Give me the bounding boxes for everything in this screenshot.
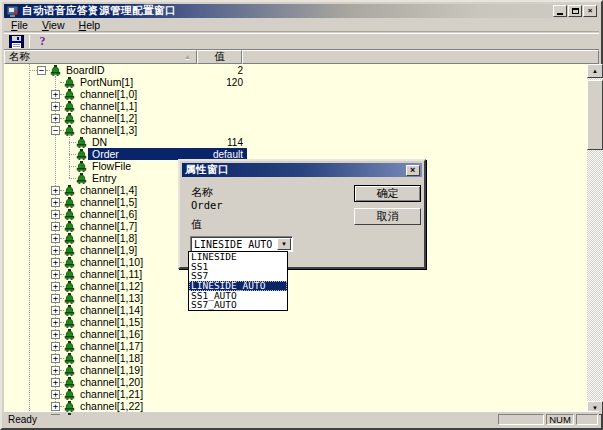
bell-icon — [64, 113, 75, 124]
tree-row[interactable]: +channel[1,19] — [4, 364, 587, 376]
tree-connector-stub — [69, 142, 76, 143]
window-title: 自动语音应答资源管理配置窗口 — [22, 4, 176, 18]
collapse-icon[interactable]: − — [37, 66, 46, 75]
expand-icon[interactable]: + — [51, 270, 60, 279]
column-header-value[interactable]: 值 — [197, 50, 242, 64]
close-button[interactable]: × — [583, 5, 597, 17]
ok-button[interactable]: 确定 — [354, 185, 421, 202]
value-combobox[interactable]: LINESIDE_AUTO ▼ — [190, 236, 293, 252]
menu-item-label: View — [42, 19, 65, 31]
status-message: Ready — [4, 414, 498, 425]
tree-row[interactable]: +channel[1,15] — [4, 316, 587, 328]
tree-item-label: channel[1,15] — [78, 316, 145, 328]
dialog-close-button[interactable]: × — [406, 165, 420, 176]
dialog-title: 属性窗口 — [185, 163, 229, 177]
expand-icon[interactable]: + — [51, 222, 60, 231]
restore-button[interactable] — [568, 5, 582, 17]
tree-item-label: channel[1,12] — [78, 280, 145, 292]
expand-icon[interactable]: + — [51, 258, 60, 267]
tree-item-label: channel[1,14] — [78, 304, 145, 316]
expand-icon[interactable]: + — [51, 306, 60, 315]
menu-item-file[interactable]: File — [4, 18, 35, 31]
dropdown-option[interactable]: SS7_AUTO — [189, 300, 287, 310]
combobox-dropdown-button[interactable]: ▼ — [277, 238, 291, 250]
bell-icon — [64, 185, 75, 196]
expand-icon[interactable]: + — [51, 282, 60, 291]
tree-row[interactable]: DN114 — [4, 136, 587, 148]
tree-connector-stub — [69, 154, 76, 155]
tree-row[interactable]: +channel[1,17] — [4, 340, 587, 352]
bell-icon — [64, 377, 75, 388]
expand-icon[interactable]: + — [51, 390, 60, 399]
expand-icon[interactable]: + — [51, 198, 60, 207]
tree-row[interactable]: +channel[1,16] — [4, 328, 587, 340]
chevron-down-icon: ▼ — [281, 241, 287, 247]
collapse-icon[interactable]: − — [51, 126, 60, 135]
tree-row[interactable]: +channel[1,12] — [4, 280, 587, 292]
main-window: 自动语音应答资源管理配置窗口 × FileViewHelp ? 名称 — [0, 0, 603, 430]
expand-icon[interactable]: + — [51, 330, 60, 339]
dialog-title-bar[interactable]: 属性窗口 × — [182, 163, 422, 177]
num-lock-indicator: NUM — [546, 414, 574, 425]
tree-item-label: channel[1,21] — [78, 388, 145, 400]
combobox-value: LINESIDE_AUTO — [191, 239, 277, 250]
status-panel — [498, 414, 544, 425]
tree-row[interactable]: −BoardID2 — [4, 64, 587, 76]
tree-row[interactable]: +channel[1,14] — [4, 304, 587, 316]
tree-item-label: BoardID — [64, 64, 107, 76]
tree-row[interactable]: +channel[1,2] — [4, 112, 587, 124]
tree-row[interactable]: +channel[1,20] — [4, 376, 587, 388]
scroll-up-button[interactable]: ▲ — [587, 64, 603, 78]
bell-icon — [64, 89, 75, 100]
expand-icon[interactable]: + — [51, 354, 60, 363]
toolbar-separator — [29, 35, 30, 48]
bell-icon — [64, 305, 75, 316]
tree-row[interactable]: +channel[1,11] — [4, 268, 587, 280]
sort-ascending-icon: ▲ — [184, 53, 191, 60]
save-button[interactable] — [6, 34, 27, 49]
tree-item-label: channel[1,8] — [78, 232, 139, 244]
menu-bar: FileViewHelp — [4, 18, 599, 32]
tree-row[interactable]: −channel[1,3] — [4, 124, 587, 136]
expand-icon[interactable]: + — [51, 246, 60, 255]
bell-icon — [76, 173, 87, 184]
tree-row[interactable]: +channel[1,21] — [4, 388, 587, 400]
minimize-button[interactable] — [553, 5, 567, 17]
expand-icon[interactable]: + — [51, 186, 60, 195]
tree-connector-stub — [69, 166, 76, 167]
tree-row[interactable]: +channel[1,13] — [4, 292, 587, 304]
tree-item-label: PortNum[1] — [78, 76, 135, 88]
expand-icon[interactable]: + — [51, 366, 60, 375]
bell-icon — [64, 329, 75, 340]
scrollbar-thumb[interactable] — [587, 80, 603, 150]
tree-item-label: channel[1,4] — [78, 184, 139, 196]
combobox-dropdown-list[interactable]: LINESIDESS1SS7LINESIDE_AUTOSS1_AUTOSS7_A… — [188, 251, 288, 311]
tree-item-label: channel[1,3] — [78, 124, 139, 136]
expand-icon[interactable]: + — [51, 114, 60, 123]
expand-icon[interactable]: + — [51, 318, 60, 327]
menu-item-view[interactable]: View — [35, 18, 72, 31]
tree-row[interactable]: +channel[1,1] — [4, 100, 587, 112]
expand-icon[interactable]: + — [51, 294, 60, 303]
scroll-up-icon: ▲ — [592, 68, 598, 74]
vertical-scrollbar[interactable]: ▲ ▼ — [587, 64, 603, 415]
cancel-button[interactable]: 取消 — [354, 208, 421, 225]
column-header-name[interactable]: 名称 ▲ — [4, 50, 197, 64]
expand-icon[interactable]: + — [51, 210, 60, 219]
bell-icon — [64, 233, 75, 244]
expand-icon[interactable]: + — [51, 414, 60, 416]
tree-row[interactable]: PortNum[1]120 — [4, 76, 587, 88]
expand-icon[interactable]: + — [51, 378, 60, 387]
expand-icon[interactable]: + — [51, 90, 60, 99]
tree-row[interactable]: +channel[1,0] — [4, 88, 587, 100]
bell-icon — [64, 353, 75, 364]
expand-icon[interactable]: + — [51, 234, 60, 243]
expand-icon[interactable]: + — [51, 102, 60, 111]
menu-item-help[interactable]: Help — [72, 18, 108, 31]
help-button[interactable]: ? — [32, 34, 53, 49]
tree-row[interactable]: +channel[1,18] — [4, 352, 587, 364]
expand-icon[interactable]: + — [51, 402, 60, 411]
expand-icon[interactable]: + — [51, 342, 60, 351]
bell-icon — [64, 269, 75, 280]
tree-item-label: channel[1,17] — [78, 340, 145, 352]
